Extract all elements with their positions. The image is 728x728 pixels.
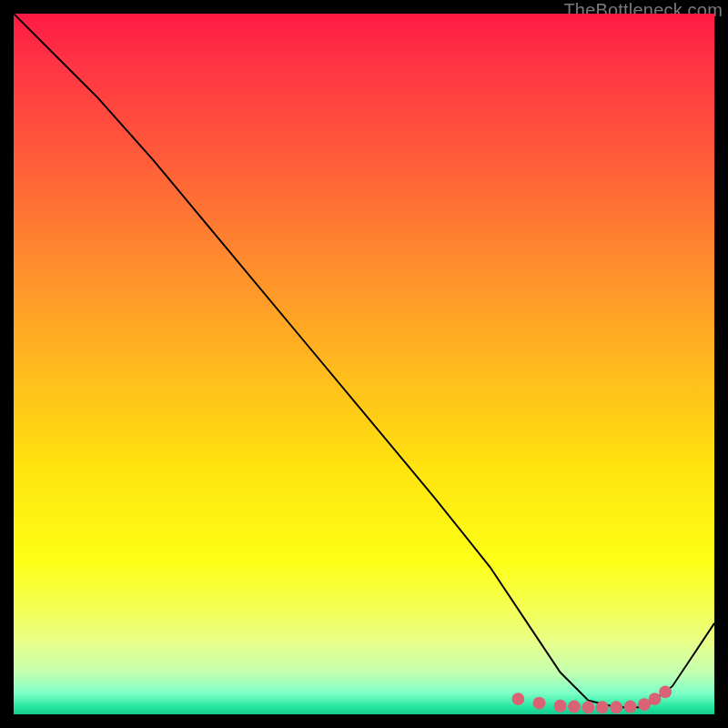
marker-point <box>568 701 581 713</box>
marker-point <box>533 697 546 710</box>
chart-stage: TheBottleneck.com <box>0 0 728 728</box>
marker-point <box>610 701 622 713</box>
marker-group <box>511 685 672 713</box>
marker-point <box>554 700 567 713</box>
marker-point <box>511 693 524 705</box>
curve-overlay <box>14 14 714 714</box>
marker-point <box>649 693 662 705</box>
marker-point <box>624 701 637 713</box>
plot-area <box>14 14 714 714</box>
bottleneck-curve <box>14 14 714 707</box>
marker-point <box>596 701 609 713</box>
marker-point <box>581 701 594 713</box>
marker-point <box>659 685 672 698</box>
